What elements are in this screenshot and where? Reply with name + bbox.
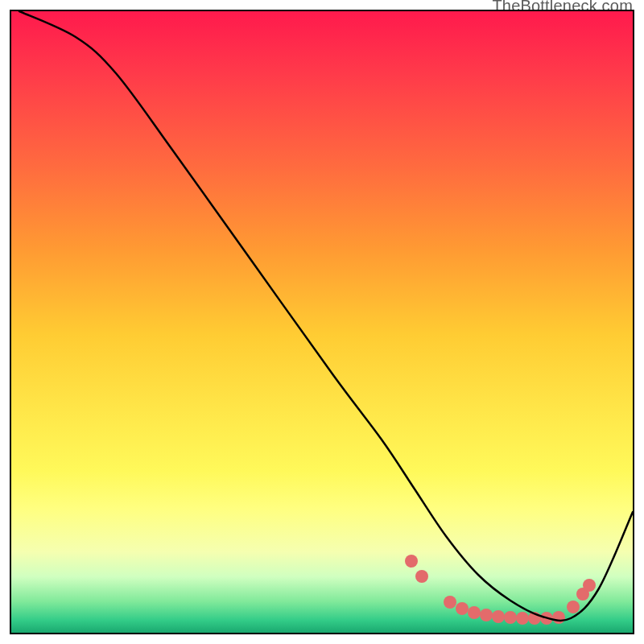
highlight-dot	[480, 609, 493, 621]
highlight-dot	[456, 602, 469, 615]
highlight-dot	[504, 611, 517, 624]
highlight-dot	[405, 555, 418, 568]
highlight-dot	[552, 611, 565, 624]
highlight-dots-group	[405, 555, 596, 625]
highlight-dot	[583, 579, 596, 592]
highlight-dot	[516, 612, 529, 625]
highlight-dot	[415, 570, 428, 583]
chart-svg	[11, 11, 633, 633]
highlight-dot	[468, 606, 481, 619]
main-curve	[19, 11, 633, 621]
highlight-dot	[492, 610, 505, 623]
chart-frame	[10, 10, 634, 634]
highlight-dot	[567, 601, 580, 613]
highlight-dot	[444, 596, 456, 609]
